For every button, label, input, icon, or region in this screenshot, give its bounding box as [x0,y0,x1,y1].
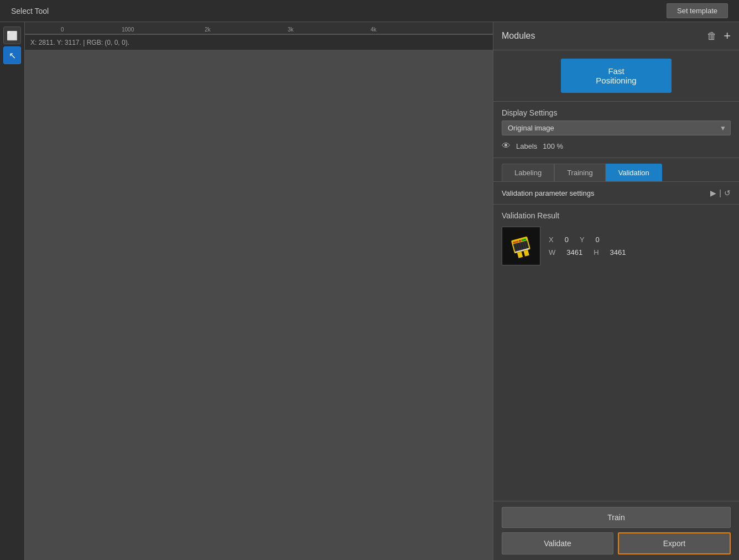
labels-row: 👁 Labels 100 % [502,141,731,151]
tabs-row: Labeling Training Validation [493,158,739,182]
ruler-mark-4k: 4k [371,27,377,33]
image-type-select-wrapper[interactable]: Original image Processed image Overlay ▼ [502,121,731,135]
validate-button[interactable]: Validate [502,532,613,554]
ruler-top: 0 1000 2k 3k 4k [25,22,493,34]
bottom-buttons: Train Validate Export [493,501,739,560]
divider: | [719,189,721,197]
coords-display: X: 2811. Y: 3117. | RGB: (0, 0, 0). [30,39,129,46]
result-thumbnail [502,227,540,265]
w-value: 3461 [566,248,582,257]
validation-result-section: Validation Result [493,205,739,501]
validation-params-row[interactable]: Validation parameter settings ▶ | ↺ [493,182,739,205]
x-label: X [549,235,554,244]
main-layout: ⬜ ↖ 0 1000 2k 3k 4k -1 0 1k 2k 3k 4k [0,22,739,560]
tab-validation[interactable]: Validation [606,164,662,181]
left-toolbar: ⬜ ↖ [0,22,25,560]
result-coordinates: X 0 Y 0 W 3461 H 3461 [549,235,626,257]
reset-icon[interactable]: ↺ [724,189,731,197]
train-button[interactable]: Train [502,507,731,528]
ruler-mark-1k: 1000 [122,27,134,33]
wh-row: W 3461 H 3461 [549,248,626,257]
fast-positioning-container: Fast Positioning [493,50,739,102]
h-label: H [594,248,599,257]
x-value: 0 [565,235,569,244]
select-tool-button[interactable]: ↖ [3,46,21,64]
top-bar: Select Tool Set template [0,0,739,22]
validation-params-label: Validation parameter settings [502,189,594,197]
panel-title: Modules [502,31,535,41]
image-type-select[interactable]: Original image Processed image Overlay [502,121,731,135]
w-label: W [549,248,555,257]
labels-percent: 100 % [543,142,563,150]
y-value: 0 [596,235,600,244]
action-buttons-row: Validate Export [502,532,731,554]
panel-header: Modules 🗑 + [493,22,739,50]
fast-positioning-button[interactable]: Fast Positioning [561,59,672,93]
eye-icon[interactable]: 👁 [502,141,511,151]
display-settings: Original image Processed image Overlay ▼… [493,121,739,158]
result-row: X 0 Y 0 W 3461 H 3461 [502,227,731,265]
trash-icon[interactable]: 🗑 [707,30,717,42]
ruler-mark-0: 0 [61,27,64,33]
image-dropdown-row: Original image Processed image Overlay ▼ [502,121,731,135]
tab-labeling[interactable]: Labeling [502,164,554,181]
square-tool-button[interactable]: ⬜ [3,27,21,44]
export-button[interactable]: Export [618,532,731,554]
play-icon[interactable]: ▶ [710,189,716,197]
tab-training[interactable]: Training [554,164,605,181]
h-value: 3461 [610,248,626,257]
display-settings-header: Display Settings [493,102,739,121]
ruler-mark-3k: 3k [288,27,294,33]
params-icons: ▶ | ↺ [710,189,731,197]
canvas-area: 0 1000 2k 3k 4k -1 0 1k 2k 3k 4k [25,22,493,560]
validation-result-title: Validation Result [502,211,731,220]
labels-label: Labels [516,142,537,150]
panel-icons: 🗑 + [707,29,731,43]
add-icon[interactable]: + [724,29,731,43]
ruler-mark-2k: 2k [205,27,211,33]
validation-params-left: Validation parameter settings [502,189,594,197]
set-template-button[interactable]: Set template [667,3,728,18]
status-bar: X: 2811. Y: 3117. | RGB: (0, 0, 0). [25,34,493,50]
y-label: Y [580,235,585,244]
tool-title: Select Tool [0,7,667,15]
right-panel: Modules 🗑 + Fast Positioning Display Set… [493,22,739,560]
xy-row: X 0 Y 0 [549,235,626,244]
